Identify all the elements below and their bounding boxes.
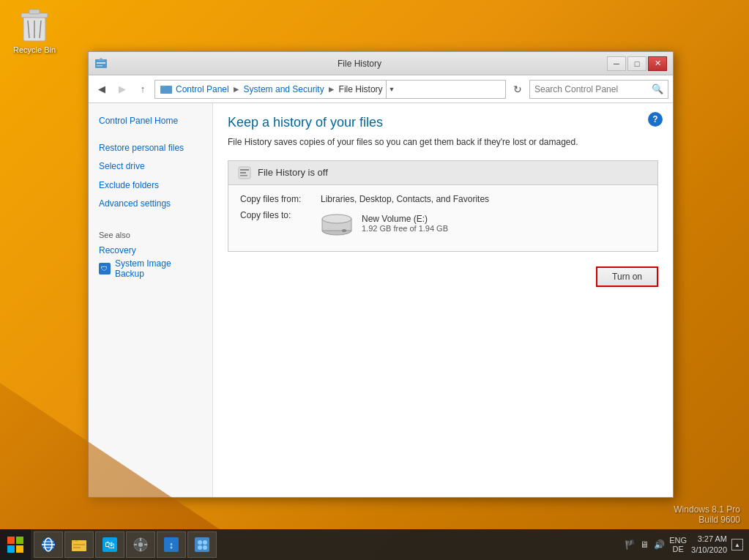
svg-rect-20 — [7, 537, 15, 544]
language-code: ENG — [669, 536, 687, 545]
file-history-card: File History is off Copy files from: Lib… — [228, 160, 658, 252]
svg-rect-8 — [97, 62, 105, 64]
up-button[interactable]: ↑ — [134, 81, 152, 98]
title-bar-buttons: ─ □ ✕ — [607, 56, 667, 71]
sidebar-item-restore-personal-files[interactable]: Restore personal files — [89, 139, 212, 157]
system-tray: 🏴 🖥 🔊 ENG DE 3:27 AM 3/10/2020 ▲ — [618, 534, 749, 556]
fh-copy-from-value: Libraries, Desktop, Contacts, and Favori… — [321, 194, 489, 204]
sidebar-item-exclude-folders[interactable]: Exclude folders — [89, 176, 212, 195]
svg-rect-22 — [7, 545, 15, 553]
refresh-button[interactable]: ↻ — [509, 81, 526, 98]
clock-time: 3:27 AM — [691, 534, 727, 545]
language-indicator[interactable]: ENG DE — [669, 536, 687, 553]
taskbar-store[interactable]: 🛍 — [95, 531, 124, 558]
recycle-bin[interactable]: Recycle Bin — [13, 7, 56, 54]
breadcrumb-current: File History — [339, 84, 383, 94]
drive-name: New Volume (E:) — [362, 214, 448, 224]
network-icon: ↕ — [163, 537, 179, 553]
close-button[interactable]: ✕ — [648, 56, 667, 71]
sidebar-item-advanced-settings[interactable]: Advanced settings — [89, 195, 212, 213]
breadcrumb-control-panel[interactable]: Control Panel — [176, 84, 229, 94]
content-title: Keep a history of your files — [228, 115, 658, 130]
svg-rect-13 — [240, 169, 249, 171]
settings-icon — [133, 537, 149, 553]
win-branding-line1: Windows 8.1 Pro — [674, 504, 740, 515]
system-image-backup-label: System Image Backup — [115, 258, 202, 279]
drive-icon — [321, 210, 353, 236]
language-region: DE — [669, 545, 687, 553]
search-input[interactable] — [534, 84, 652, 94]
see-also-title: See also — [99, 231, 202, 239]
sidebar-item-recovery[interactable]: Recovery — [99, 244, 202, 257]
fh-card-body: Copy files from: Libraries, Desktop, Con… — [228, 185, 657, 251]
content-panel: ? Keep a history of your files File Hist… — [213, 103, 673, 497]
svg-rect-29 — [72, 540, 86, 551]
help-button[interactable]: ? — [648, 112, 663, 127]
forward-button[interactable]: ▶ — [113, 81, 131, 98]
desktop: Recycle Bin File History ─ □ ✕ ◀ ▶ ↑ — [0, 0, 749, 560]
speaker-icon[interactable]: 🔊 — [653, 539, 665, 550]
windows-logo-icon — [7, 536, 24, 553]
search-box: 🔍 — [529, 80, 668, 99]
taskbar-items: 🛍 — [31, 531, 618, 558]
turn-on-container: Turn on — [228, 266, 658, 293]
system-clock[interactable]: 3:27 AM 3/10/2020 — [691, 534, 727, 556]
taskbar-network[interactable]: ↕ — [157, 531, 186, 558]
fh-status-text: File History is off — [258, 167, 328, 178]
svg-point-47 — [203, 545, 207, 550]
address-bar: ◀ ▶ ↑ Control Panel ► System and Securit… — [89, 75, 673, 103]
taskbar-control-panel[interactable] — [187, 531, 217, 558]
sidebar-item-select-drive[interactable]: Select drive — [89, 157, 212, 176]
turn-on-button[interactable]: Turn on — [596, 266, 658, 287]
ie-icon — [40, 537, 56, 553]
title-bar-text: File History — [112, 59, 607, 69]
start-button[interactable] — [0, 529, 31, 560]
svg-rect-39 — [134, 544, 137, 545]
svg-point-45 — [203, 540, 207, 545]
search-icon[interactable]: 🔍 — [652, 83, 663, 94]
svg-rect-31 — [73, 544, 85, 545]
svg-point-19 — [342, 229, 346, 232]
svg-point-18 — [322, 214, 351, 223]
fh-copy-to-row: Copy files to: New Volu — [240, 210, 646, 236]
drive-space: 1.92 GB free of 1.94 GB — [362, 224, 448, 233]
fh-card-header: File History is off — [228, 161, 657, 185]
svg-rect-38 — [140, 548, 141, 551]
sidebar-item-control-panel-home[interactable]: Control Panel Home — [89, 112, 212, 130]
explorer-icon — [71, 537, 87, 553]
svg-rect-40 — [144, 544, 147, 545]
flag-icon[interactable]: 🏴 — [624, 539, 636, 550]
content-description: File History saves copies of your files … — [228, 136, 658, 149]
notification-area[interactable]: ▲ — [731, 539, 743, 550]
svg-rect-21 — [16, 537, 23, 544]
taskbar: 🛍 — [0, 529, 749, 560]
drive-info: New Volume (E:) 1.92 GB free of 1.94 GB — [362, 214, 448, 233]
breadcrumb-system-security[interactable]: System and Security — [244, 84, 324, 94]
win-branding-line2: Build 9600 — [674, 515, 740, 525]
taskbar-ie[interactable] — [34, 531, 63, 558]
breadcrumb-bar: Control Panel ► System and Security ► Fi… — [154, 80, 506, 99]
taskbar-settings[interactable] — [126, 531, 155, 558]
fh-drive-row: New Volume (E:) 1.92 GB free of 1.94 GB — [321, 210, 448, 236]
title-bar-icon — [94, 57, 108, 70]
monitor-icon[interactable]: 🖥 — [638, 539, 650, 550]
taskbar-explorer[interactable] — [64, 531, 94, 558]
svg-rect-23 — [16, 545, 23, 553]
svg-rect-43 — [195, 537, 209, 552]
main-content: Control Panel Home Restore personal file… — [89, 103, 673, 497]
system-image-backup-icon: 🛡 — [99, 263, 111, 275]
fh-copy-from-row: Copy files from: Libraries, Desktop, Con… — [240, 194, 646, 204]
control-panel-icon — [194, 537, 210, 553]
folder-icon — [160, 83, 173, 96]
back-button[interactable]: ◀ — [93, 81, 111, 98]
svg-rect-32 — [73, 547, 81, 548]
file-history-window: File History ─ □ ✕ ◀ ▶ ↑ Control Panel ►… — [88, 51, 674, 498]
svg-point-44 — [198, 540, 202, 545]
sidebar-item-system-image-backup[interactable]: 🛡 System Image Backup — [99, 257, 202, 280]
svg-point-36 — [138, 542, 143, 547]
minimize-button[interactable]: ─ — [607, 56, 626, 71]
maximize-button[interactable]: □ — [627, 56, 646, 71]
svg-text:🛍: 🛍 — [105, 539, 115, 550]
breadcrumb-dropdown[interactable]: ▼ — [386, 80, 398, 99]
svg-rect-37 — [140, 538, 141, 541]
